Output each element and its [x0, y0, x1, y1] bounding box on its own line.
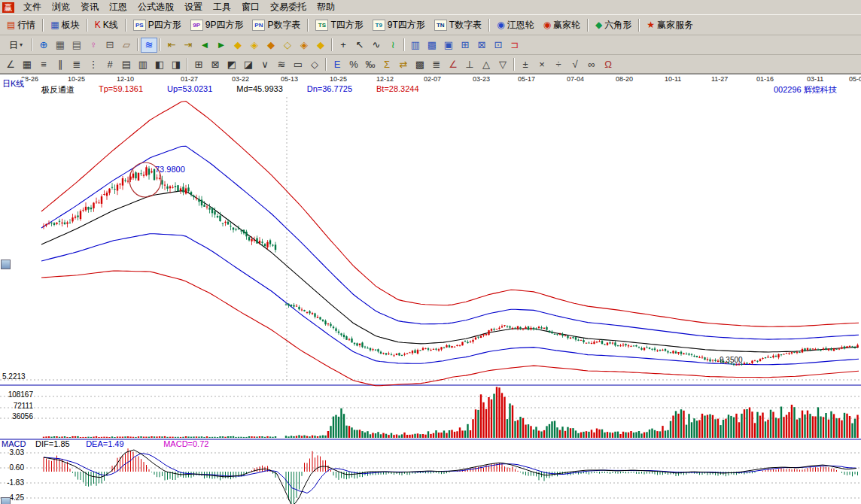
toolbar-pointer-icon[interactable]: ↖	[351, 38, 368, 53]
toolbar-vehicle-icon[interactable]: ⊐	[507, 38, 523, 53]
chart-area[interactable]: 08-2610-2512-1001-2703-2205-1310-2512-12…	[0, 74, 861, 504]
toolbar-hash-grid-icon[interactable]: #	[102, 56, 118, 71]
toolbar-horizontal-lines-icon[interactable]: ≡	[35, 56, 52, 71]
toolbar-quadrant-left-icon[interactable]: ◧	[151, 56, 168, 71]
toolbar-goto-first-icon[interactable]: ⇤	[163, 38, 180, 53]
toolbar-goto-last-icon[interactable]: ⇥	[180, 38, 196, 53]
toolbar-save-icon[interactable]: ⊞	[457, 38, 473, 53]
toolbar-page-prev-icon[interactable]: ◄	[196, 38, 213, 53]
toolbar-rect-tool-icon[interactable]: ▭	[290, 56, 306, 71]
date-label: 10-25	[68, 75, 85, 83]
menu-tools[interactable]: 工具	[208, 0, 236, 15]
toolbar-wave-tool-icon[interactable]: ∿	[368, 38, 385, 53]
toolbar-cross-box-icon[interactable]: ⊠	[207, 56, 224, 71]
toolbar-gold-section-icon[interactable]: ⇄	[395, 56, 412, 71]
menu-file[interactable]: 文件	[18, 0, 47, 15]
toolbar-quadrant-right-icon[interactable]: ◨	[168, 56, 184, 71]
toolbar-quotes-button[interactable]: ▤行情	[2, 17, 40, 33]
toolbar-ratio-e-icon[interactable]: E	[329, 56, 345, 71]
indicator-name: 极反通道	[41, 84, 75, 96]
toolbar-page-next-icon[interactable]: ►	[213, 38, 230, 53]
toolbar-export-icon[interactable]: ⊡	[490, 38, 507, 53]
toolbar-corner-box-1-icon[interactable]: ◩	[224, 56, 240, 71]
toolbar-vertical-lines-icon[interactable]: ∥	[52, 56, 68, 71]
menu-news[interactable]: 资讯	[75, 0, 104, 15]
toolbar-draw-line-icon[interactable]: ≀	[385, 38, 401, 53]
toolbar-coordinates-icon[interactable]: ▦	[52, 38, 68, 53]
toolbar-grid-view-icon[interactable]: ▩	[424, 38, 440, 53]
toolbar-gann-diamond-6-icon[interactable]: ◆	[312, 38, 329, 53]
toolbar-check-tool-icon[interactable]: ∨	[257, 56, 273, 71]
caret-down-icon: ▾	[20, 42, 23, 48]
toolbar-box-tool-icon[interactable]: ⊞	[190, 56, 207, 71]
toolbar-gann-angle-icon[interactable]: ∠	[445, 56, 461, 71]
toolbar-quote-board-icon[interactable]: ▥	[407, 38, 424, 53]
toolbar-winner-service-button[interactable]: ★赢家服务	[642, 17, 698, 33]
toolbar-layers-icon[interactable]: ⊟	[102, 38, 118, 53]
date-axis: 08-2610-2512-1001-2703-2205-1310-2512-12…	[0, 75, 861, 83]
toolbar-gann-diamond-2-icon[interactable]: ◈	[246, 38, 263, 53]
date-label: 05-0	[849, 75, 861, 83]
menu-window[interactable]: 窗口	[236, 0, 265, 15]
toolbar-diamond-outline-icon[interactable]: ◇	[306, 56, 323, 71]
toolbar-omega-icon[interactable]: Ω	[600, 56, 616, 71]
toolbar-overlay-icon[interactable]: ▤	[68, 38, 85, 53]
pane-gadget-icon[interactable]	[1, 497, 11, 504]
toolbar-9p-square-button[interactable]: 9P9P四方形	[186, 17, 248, 33]
toolbar-gender-tool-icon[interactable]: ♀	[85, 38, 102, 53]
toolbar-sectors-button[interactable]: ▦板块	[46, 17, 84, 33]
toolbar-band-tool-icon[interactable]: ▤	[118, 56, 135, 71]
toolbar-shade-tool-icon[interactable]: ▩	[412, 56, 428, 71]
toolbar-column-tool-icon[interactable]: ▥	[135, 56, 151, 71]
toolbar-separator	[160, 38, 161, 51]
pane-gadget-icon[interactable]	[1, 260, 11, 269]
toolbar-percent-icon[interactable]: %	[345, 56, 362, 71]
toolbar-gann-diamond-4-icon[interactable]: ◇	[279, 38, 296, 53]
toolbar-web-icon[interactable]: ⊕	[35, 38, 52, 53]
toolbar-corner-box-2-icon[interactable]: ◪	[240, 56, 257, 71]
toolbar-t-number-table-button[interactable]: TNT数字表	[430, 17, 486, 33]
toolbar-panel-view-icon[interactable]: ▣	[440, 38, 457, 53]
toolbar-print-icon[interactable]: ⊠	[473, 38, 490, 53]
toolbar-crosshair-icon[interactable]: +	[335, 38, 351, 53]
volume-axis-label: 72111	[2, 402, 33, 410]
toolbar-eraser-icon[interactable]: ▱	[118, 38, 135, 53]
toolbar-plus-minus-icon[interactable]: ±	[517, 56, 534, 71]
menu-browse[interactable]: 浏览	[47, 0, 75, 15]
toolbar-infinity-icon[interactable]: ∞	[583, 56, 600, 71]
toolbar-multiply-icon[interactable]: ×	[534, 56, 550, 71]
toolbar-permille-icon[interactable]: ‰	[362, 56, 379, 71]
toolbar-9t-square-button[interactable]: T99T四方形	[368, 17, 430, 33]
toolbar-divide-icon[interactable]: ÷	[550, 56, 567, 71]
toolbar-triple-lines-icon[interactable]: ≣	[68, 56, 85, 71]
menu-help[interactable]: 帮助	[312, 0, 340, 15]
toolbar-p-number-table-button[interactable]: PNP数字表	[248, 17, 305, 33]
toolbar-angle-line-icon[interactable]: ∠	[2, 56, 19, 71]
toolbar-winner-wheel-button[interactable]: ◉赢家轮	[539, 17, 585, 33]
menu-gann[interactable]: 江恩	[104, 0, 132, 15]
toolbar-separator	[32, 38, 33, 51]
annotation-low-price: 9.3500	[720, 356, 743, 364]
toolbar-dotted-lines-icon[interactable]: ⋮	[85, 56, 102, 71]
toolbar-list-tool-icon[interactable]: ≣	[428, 56, 445, 71]
toolbar-gann-diamond-5-icon[interactable]: ◈	[296, 38, 312, 53]
toolbar-sum-tool-icon[interactable]: Σ	[379, 56, 395, 71]
toolbar-triangle-down-icon[interactable]: ▽	[494, 56, 511, 71]
toolbar-gann-wheel-button[interactable]: ◉江恩轮	[492, 17, 538, 33]
toolbar-p-square-button[interactable]: PSP四方形	[129, 17, 186, 33]
toolbar-gann-diamond-1-icon[interactable]: ◆	[230, 38, 246, 53]
menu-settings[interactable]: 设置	[179, 0, 208, 15]
toolbar-perpendicular-icon[interactable]: ⊥	[461, 56, 478, 71]
toolbar-kline-button[interactable]: KK线	[90, 17, 123, 33]
toolbar-wave-lines-icon[interactable]: ≋	[273, 56, 290, 71]
toolbar-t-square-button[interactable]: TST四方形	[311, 17, 367, 33]
toolbar-triangle-up-icon[interactable]: △	[478, 56, 494, 71]
menu-formula-picker[interactable]: 公式选股	[132, 0, 179, 15]
toolbar-grid-lines-icon[interactable]: ▦	[19, 56, 35, 71]
menu-trade-order[interactable]: 交易委托	[265, 0, 312, 15]
toolbar-period-day-dropdown[interactable]: 日▾	[2, 38, 29, 53]
toolbar-root-icon[interactable]: √	[567, 56, 583, 71]
toolbar-paint-mode-icon[interactable]: ≋	[141, 38, 157, 53]
toolbar-hexagon-button[interactable]: ◆六角形	[591, 17, 636, 33]
toolbar-gann-diamond-3-icon[interactable]: ◆	[263, 38, 279, 53]
